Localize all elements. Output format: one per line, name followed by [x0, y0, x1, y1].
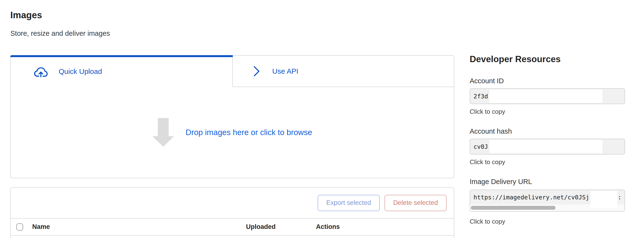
- list-toolbar: Export selected Delete selected: [11, 188, 454, 219]
- image-delivery-url-clipped-char: :: [618, 190, 622, 204]
- account-id-field[interactable]: 2f3d: [470, 88, 625, 104]
- table-header-row: Name Uploaded Actions: [11, 219, 454, 236]
- images-page: Images Store, resize and deliver images …: [10, 0, 454, 238]
- cloud-upload-icon: [33, 65, 48, 78]
- account-hash-field[interactable]: cv0J: [470, 139, 625, 154]
- page-subtitle: Store, resize and deliver images: [10, 29, 454, 37]
- image-delivery-url-label: Image Delivery URL: [470, 178, 625, 186]
- account-id-copy-hint: Click to copy: [470, 108, 625, 115]
- delete-selected-button[interactable]: Delete selected: [384, 195, 446, 211]
- horizontal-scrollbar-thumb[interactable]: [471, 206, 556, 210]
- image-delivery-url-field[interactable]: https://imagedelivery.net/cv0JSj :: [470, 190, 625, 212]
- developer-resources-title: Developer Resources: [470, 54, 625, 65]
- redaction-overlay: [489, 90, 602, 103]
- redaction-overlay: [489, 140, 602, 153]
- tab-use-api-label: Use API: [272, 67, 298, 75]
- active-tab-indicator: [10, 55, 233, 57]
- account-hash-copy-hint: Click to copy: [470, 158, 625, 166]
- export-selected-button[interactable]: Export selected: [318, 195, 380, 211]
- column-header-actions: Actions: [316, 223, 340, 231]
- arrow-down-icon: [152, 118, 174, 147]
- account-hash-value: cv0J: [474, 139, 488, 154]
- tab-use-api[interactable]: Use API: [232, 56, 454, 87]
- image-dropzone[interactable]: Drop images here or click to browse: [11, 87, 454, 178]
- dropzone-label: Drop images here or click to browse: [186, 128, 312, 137]
- column-header-name: Name: [32, 223, 246, 231]
- account-hash-label: Account hash: [470, 127, 625, 135]
- image-delivery-url-copy-hint: Click to copy: [470, 218, 625, 225]
- image-list-card: Export selected Delete selected Name Upl…: [10, 187, 454, 238]
- image-delivery-url-value: https://imagedelivery.net/cv0JSj: [474, 190, 590, 204]
- upload-panel: Quick Upload Use API Drop images here or…: [10, 55, 454, 178]
- page-title: Images: [10, 9, 454, 21]
- developer-resources-panel: Developer Resources Account ID 2f3d Clic…: [470, 0, 625, 225]
- redaction-overlay: [590, 191, 617, 208]
- account-id-value: 2f3d: [474, 89, 488, 104]
- upload-tabs: Quick Upload Use API: [11, 56, 454, 87]
- tab-quick-upload-label: Quick Upload: [59, 67, 102, 76]
- account-id-label: Account ID: [470, 77, 625, 85]
- chevron-right-icon: [252, 66, 261, 77]
- tab-quick-upload[interactable]: Quick Upload: [11, 56, 232, 87]
- select-all-checkbox[interactable]: [16, 223, 23, 231]
- column-header-uploaded: Uploaded: [246, 223, 316, 231]
